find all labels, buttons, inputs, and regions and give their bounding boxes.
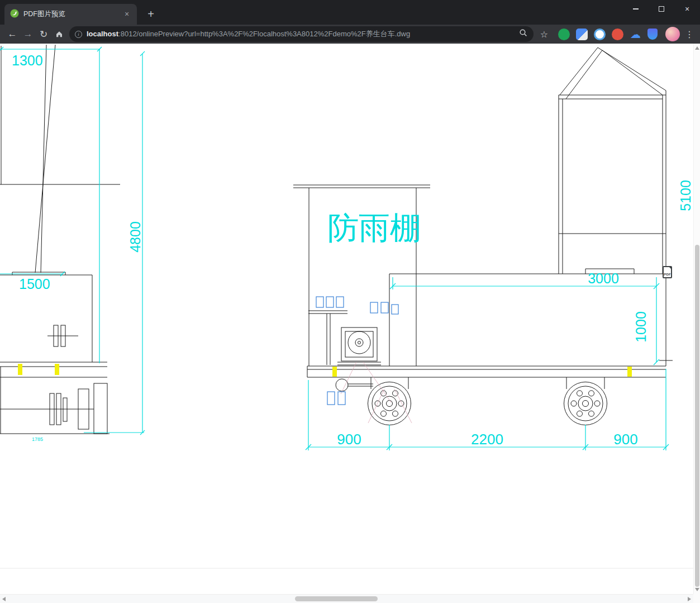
window-controls: × xyxy=(623,0,700,18)
dim-900-right: 900 xyxy=(613,431,637,448)
browser-menu-icon[interactable]: ⋮ xyxy=(683,26,696,42)
scroll-left-arrow-icon[interactable] xyxy=(2,597,6,601)
circle-extension-icon[interactable] xyxy=(594,29,606,40)
maximize-button[interactable] xyxy=(649,0,674,18)
minimize-icon xyxy=(633,8,639,9)
horizontal-scrollbar[interactable] xyxy=(0,594,693,603)
home-button[interactable] xyxy=(51,26,67,42)
url-path: :8012/onlinePreview?url=http%3A%2F%2Floc… xyxy=(118,30,410,38)
pdf-file-button[interactable]: PDF xyxy=(663,266,674,279)
minimize-button[interactable] xyxy=(623,0,649,18)
dwg-preview-page: 1300 1500 4800 1785 xyxy=(0,44,693,594)
trolley-side-view-linework: 防雨棚 900 2200 900 3000 1000 5100 xyxy=(293,48,693,450)
horizontal-scroll-thumb[interactable] xyxy=(295,596,378,601)
browser-window: PDF图片预览 × + × ← → ↻ i localhost:8012/onl… xyxy=(0,0,700,603)
spring-favicon-icon xyxy=(10,9,19,20)
translate-extension-icon[interactable] xyxy=(576,29,588,40)
dim-900-left: 900 xyxy=(337,431,361,448)
navigation-toolbar: ← → ↻ i localhost:8012/onlinePreview?url… xyxy=(0,25,700,44)
cloud-extension-icon[interactable]: ☁ xyxy=(630,29,641,40)
address-bar[interactable]: i localhost:8012/onlinePreview?url=http%… xyxy=(69,26,534,42)
url-host: localhost xyxy=(87,30,118,38)
rain-shelter-label: 防雨棚 xyxy=(327,210,421,245)
forward-button[interactable]: → xyxy=(20,26,36,42)
url-text: localhost:8012/onlinePreview?url=http%3A… xyxy=(87,29,515,39)
dim-1785: 1785 xyxy=(32,436,43,442)
dim-3000: 3000 xyxy=(588,270,619,286)
dim-1300: 1300 xyxy=(12,53,43,68)
reload-button[interactable]: ↻ xyxy=(36,26,51,42)
close-icon: × xyxy=(685,4,689,13)
maximize-icon xyxy=(659,6,664,12)
zoom-icon[interactable] xyxy=(519,29,528,40)
back-button[interactable]: ← xyxy=(4,26,20,42)
pdf-label: PDF xyxy=(664,273,671,276)
tab-close-icon[interactable]: × xyxy=(122,10,131,19)
left-view-linework: 1300 1500 4800 1785 xyxy=(0,45,145,442)
dim-1000: 1000 xyxy=(633,311,649,343)
new-tab-button[interactable]: + xyxy=(143,6,159,22)
home-icon xyxy=(55,30,64,39)
tab-strip: PDF图片预览 × + × xyxy=(0,0,700,25)
vertical-scroll-thumb[interactable] xyxy=(695,245,699,587)
scrollbar-corner xyxy=(693,594,700,603)
vertical-scrollbar[interactable] xyxy=(693,44,700,594)
scroll-up-arrow-icon[interactable] xyxy=(695,46,699,50)
tab-title: PDF图片预览 xyxy=(23,10,118,19)
extensions-row: ☁ xyxy=(558,29,658,40)
pdf-file-icon: PDF xyxy=(663,266,672,278)
scroll-down-arrow-icon[interactable] xyxy=(695,588,699,591)
scroll-right-arrow-icon[interactable] xyxy=(688,597,691,601)
site-info-icon[interactable]: i xyxy=(75,31,82,38)
bookmark-star-icon[interactable]: ☆ xyxy=(537,26,551,42)
extension-green-icon[interactable] xyxy=(558,29,570,40)
red-extension-icon[interactable] xyxy=(612,29,623,40)
close-button[interactable]: × xyxy=(674,0,700,18)
dim-5100: 5100 xyxy=(678,180,693,211)
dim-1500: 1500 xyxy=(19,276,50,292)
profile-avatar[interactable] xyxy=(665,27,680,41)
browser-tab[interactable]: PDF图片预览 × xyxy=(4,4,137,25)
dim-2200: 2200 xyxy=(471,431,503,448)
dim-4800: 4800 xyxy=(127,221,143,253)
shield-extension-icon[interactable] xyxy=(647,29,658,40)
